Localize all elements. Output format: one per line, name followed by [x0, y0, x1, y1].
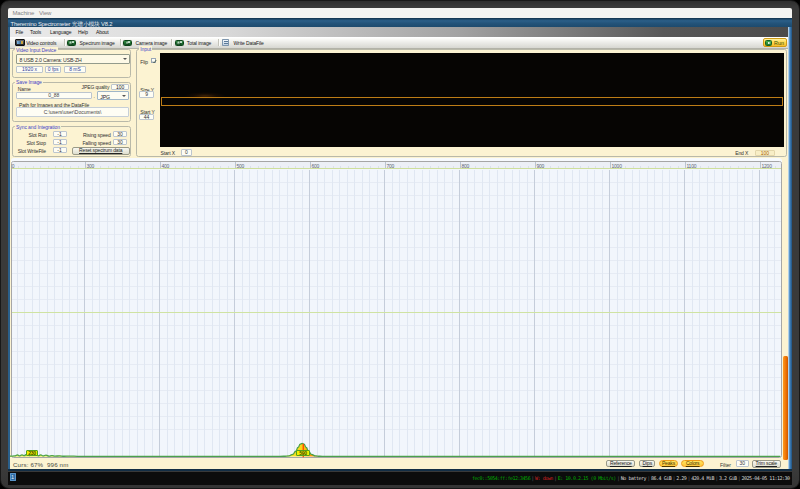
field-value: 30 [740, 461, 746, 466]
run-button[interactable]: Run [763, 38, 787, 47]
rising-speed-label: Rising speed [83, 132, 111, 138]
flip-label: Flip [140, 59, 148, 65]
host-menubar: Machine View [8, 8, 792, 18]
filter-field[interactable]: 30 [736, 460, 749, 467]
size-y-field[interactable]: 9 [139, 91, 154, 98]
start-y-field[interactable]: 44 [139, 114, 154, 121]
write-datafile-icon [222, 39, 230, 47]
field-value: -1 [57, 139, 61, 144]
start-x-label: Start X [160, 150, 175, 156]
camera-image-icon [123, 40, 132, 46]
field-value: 44 [144, 114, 150, 119]
app-border-right [788, 27, 792, 472]
i3-segment: No battery [621, 475, 646, 481]
end-x-label: End X [735, 150, 748, 156]
scan-row-selection[interactable] [161, 97, 783, 106]
app-menubar: File Tools Language Help About [10, 27, 788, 37]
field-value: Reset spectrum data [79, 148, 122, 153]
host-menu-machine[interactable]: Machine [13, 10, 35, 16]
dips-button[interactable]: Dips [639, 460, 655, 467]
reference-button[interactable]: Reference [606, 460, 635, 467]
i3-statusbar: 1 fec0::5054:ff:fe12:3456|W: down|E: 10.… [8, 472, 792, 485]
chart-50pct-line [12, 312, 781, 313]
spectrum-image-icon [67, 40, 76, 46]
total-image-icon [175, 40, 184, 46]
i3-segment: E: 10.0.2.15 (0 Mbit/s) [558, 475, 616, 481]
path-field[interactable]: C:\users\user\Documents\ [16, 107, 130, 117]
i3-segment: 2025-04-05 11:12:30 [742, 475, 790, 481]
format-select[interactable]: JPG [97, 91, 130, 99]
field-value: 0 [185, 150, 188, 155]
dot-separator: . [94, 93, 95, 99]
resolution-field: 1920 x [16, 66, 44, 73]
falling-speed-label: Falling speed [82, 140, 110, 146]
slot-stop-field[interactable]: -1 [53, 139, 67, 145]
field-value: 1920 x [22, 67, 37, 72]
slot-run-field[interactable]: -1 [53, 131, 67, 137]
i3-segment: 2.29 [676, 475, 686, 481]
colors-button[interactable]: Colors [681, 460, 704, 468]
jpeg-quality-label: JPEG quality [82, 84, 110, 90]
video-controls-icon [15, 39, 25, 46]
exposure-field: 8 mS [64, 66, 87, 73]
start-x-field[interactable]: 0 [181, 149, 193, 156]
fps-field: 0 fps [45, 66, 61, 73]
trim-scale-button[interactable]: Trim scale [752, 460, 781, 468]
rising-speed-field[interactable]: 30 [113, 131, 128, 137]
image-name-field[interactable]: 0_88 [16, 92, 92, 99]
video-device-select[interactable]: 8 USB 2.0 Camera: USB-ZH [16, 54, 130, 64]
field-value: 8 mS [69, 67, 81, 72]
group-input-label: Input [139, 46, 153, 52]
menu-about[interactable]: About [96, 29, 109, 35]
chevron-down-icon [123, 58, 127, 60]
camera-view[interactable] [160, 53, 784, 147]
group-save-image-label: Save Image [15, 79, 44, 85]
spectrum-chart[interactable]: 200300400500600700800900100011001200 [11, 158, 782, 458]
field-value: 100 [116, 84, 124, 89]
slot-run-label: Slot Run [28, 132, 46, 138]
menu-tools[interactable]: Tools [30, 29, 41, 35]
jpeg-quality-field[interactable]: 100 [111, 84, 128, 91]
flip-checkbox[interactable] [151, 58, 156, 63]
app-titlebar[interactable]: Theremino Spectrometer 光谱小模块 V8.2 [8, 18, 792, 26]
format-value: JPG [100, 94, 110, 100]
field-value: C:\users\user\Documents\ [44, 109, 102, 114]
slot-stop-label: Slot Stop [27, 140, 46, 146]
field-value: Reference [610, 461, 632, 466]
menu-help[interactable]: Help [78, 29, 88, 35]
field-value: Peaks [662, 461, 675, 466]
toolbar-spectrum-image[interactable]: Spectrum image [80, 40, 115, 46]
field-value: 0 fps [48, 67, 59, 72]
peaks-button[interactable]: Peaks [659, 460, 678, 468]
host-menu-view[interactable]: View [39, 10, 51, 16]
cursor-readout: Curs: 67% 996 nm [13, 461, 69, 468]
field-value: -1 [57, 147, 61, 152]
toolbar-video-controls[interactable]: Video controls [26, 40, 56, 46]
field-value: -1 [57, 131, 61, 136]
i3-status-text: fec0::5054:ff:fe12:3456|W: down|E: 10.0.… [472, 472, 790, 485]
menu-language[interactable]: Language [50, 29, 71, 35]
field-value: 30 [117, 139, 123, 144]
slot-writefile-label: Slot WriteFile [18, 148, 46, 154]
reset-spectrum-button[interactable]: Reset spectrum data [72, 147, 130, 155]
video-device-value: 8 USB 2.0 Camera: USB-ZH [19, 57, 81, 63]
toolbar-write-datafile[interactable]: Write DataFile [234, 40, 264, 46]
field-value: 100 [761, 150, 769, 155]
chevron-down-icon [122, 95, 126, 97]
end-x-field[interactable]: 100 [755, 150, 775, 157]
i3-segment: 3.2 GiB [719, 475, 737, 481]
slot-writefile-field[interactable]: -1 [53, 147, 67, 153]
run-button-label: Run [774, 40, 784, 46]
peak-label-590: 590 [296, 450, 310, 456]
menu-file[interactable]: File [16, 29, 24, 35]
group-sync-integration-label: Sync and Integration [15, 124, 62, 130]
falling-speed-field[interactable]: 30 [113, 139, 128, 145]
workspace-button[interactable]: 1 [10, 473, 16, 481]
i3-segment: 420.4 MiB [691, 475, 714, 481]
field-value: Trim scale [756, 461, 777, 466]
peak-label-230: 230 [26, 450, 38, 456]
chart-vertical-scrollbar[interactable] [783, 356, 787, 460]
screenshot-stage: Machine View Theremino Spectrometer 光谱小模… [0, 0, 800, 489]
toolbar-total-image[interactable]: Total image [187, 40, 211, 46]
play-icon [765, 40, 771, 46]
